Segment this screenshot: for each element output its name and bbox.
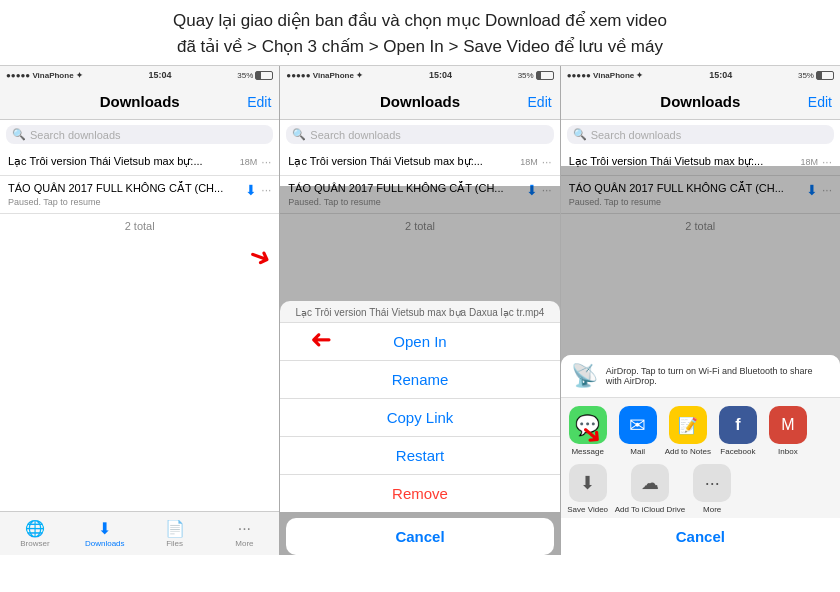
status-left-3: ●●●●● VinaPhone ✦ [567,71,644,80]
item-title-1-1: TÁO QUÂN 2017 FULL KHÔNG CẮT (CH... [8,182,245,195]
facebook-app-label: Facebook [720,447,755,456]
search-icon-1: 🔍 [12,128,26,141]
downloads-icon-1: ⬇ [98,519,111,538]
tab-more-label-1: More [235,539,253,548]
save-video-label: Save Video [567,505,608,514]
more-actions-icon: ··· [693,464,731,502]
download-item-1-1: TÁO QUÂN 2017 FULL KHÔNG CẮT (CH... Paus… [0,176,279,214]
modal-header-2: Lạc Trôi version Thái Vietsub max bựa Da… [280,301,559,322]
share-cancel-3[interactable]: Cancel [561,518,840,555]
status-bar-2: ●●●●● VinaPhone ✦ 15:04 35% [280,66,559,84]
modal-remove[interactable]: Remove [280,474,559,512]
more-actions-label: More [703,505,721,514]
search-icon-2: 🔍 [292,128,306,141]
share-sheet-3: 📡 AirDrop. Tap to turn on Wi-Fi and Blue… [561,355,840,555]
status-right-1: 35% [237,71,273,80]
browser-icon-1: 🌐 [25,519,45,538]
modal-cancel-2[interactable]: Cancel [286,518,553,555]
battery-1 [255,71,273,80]
mail-app-icon: ✉ [619,406,657,444]
dl-icon-1-1: ⬇ [245,182,257,198]
icloud-icon: ☁ [631,464,669,502]
inbox-app-icon: M [769,406,807,444]
modal-copy-link[interactable]: Copy Link [280,398,559,436]
share-actions-row: ⬇ Save Video ☁ Add To iCloud Drive ··· M… [561,464,840,518]
item-title-2-0: Lạc Trôi version Thái Vietsub max bự:... [288,155,520,168]
message-app-icon: 💬 [569,406,607,444]
share-app-message[interactable]: 💬 Message [565,406,611,456]
tab-files-label-1: Files [166,539,183,548]
phones-container: ●●●●● VinaPhone ✦ 15:04 35% Downloads Ed… [0,65,840,555]
search-icon-3: 🔍 [573,128,587,141]
nav-bar-2: Downloads Edit [280,84,559,120]
modal-rename[interactable]: Rename [280,360,559,398]
panel1: ●●●●● VinaPhone ✦ 15:04 35% Downloads Ed… [0,66,279,555]
status-center-3: 15:04 [709,70,732,80]
nav-edit-1[interactable]: Edit [247,94,271,110]
airdrop-icon: 📡 [571,363,598,389]
mail-app-label: Mail [630,447,645,456]
search-placeholder-3: Search downloads [591,129,682,141]
share-app-facebook[interactable]: f Facebook [715,406,761,456]
nav-title-1: Downloads [100,93,180,110]
status-center-2: 15:04 [429,70,452,80]
download-item-2-0: Lạc Trôi version Thái Vietsub max bự:...… [280,149,559,176]
modal-overlay-2: Lạc Trôi version Thái Vietsub max bựa Da… [280,186,559,555]
panel2: ●●●●● VinaPhone ✦ 15:04 35% Downloads Ed… [279,66,559,555]
search-placeholder-1: Search downloads [30,129,121,141]
tab-browser-label-1: Browser [20,539,49,548]
dots-btn-2-0[interactable]: ··· [542,155,552,169]
nav-edit-2[interactable]: Edit [528,94,552,110]
tab-files-1[interactable]: 📄 Files [140,512,210,555]
nav-bar-3: Downloads Edit [561,84,840,120]
save-video-icon: ⬇ [569,464,607,502]
item-size-2-0: 18M [520,157,538,167]
tab-bar-1: 🌐 Browser ⬇ Downloads 📄 Files ··· More [0,511,279,555]
nav-bar-1: Downloads Edit [0,84,279,120]
search-bar-2[interactable]: 🔍 Search downloads [286,125,553,144]
search-bar-1[interactable]: 🔍 Search downloads [6,125,273,144]
search-placeholder-2: Search downloads [310,129,401,141]
more-icon-1: ··· [238,520,251,538]
message-app-label: Message [571,447,603,456]
battery-2 [536,71,554,80]
tab-downloads-label-1: Downloads [85,539,125,548]
status-bar-3: ●●●●● VinaPhone ✦ 15:04 35% [561,66,840,84]
share-app-notes[interactable]: 📝 Add to Notes [665,406,711,456]
share-apps-row: 💬 Message ✉ Mail 📝 Add to Notes f Facebo… [561,398,840,464]
battery-3 [816,71,834,80]
download-item-1-0: Lạc Trôi version Thái Vietsub max bự:...… [0,149,279,176]
share-action-icloud[interactable]: ☁ Add To iCloud Drive [615,464,686,514]
icloud-label: Add To iCloud Drive [615,505,686,514]
nav-title-3: Downloads [660,93,740,110]
share-app-inbox[interactable]: M Inbox [765,406,811,456]
notes-app-icon: 📝 [669,406,707,444]
notes-app-label: Add to Notes [665,447,711,456]
modal-open-in[interactable]: Open In [280,322,559,360]
nav-edit-3[interactable]: Edit [808,94,832,110]
status-left-1: ●●●●● VinaPhone ✦ [6,71,83,80]
tab-downloads-1[interactable]: ⬇ Downloads [70,512,140,555]
search-bar-3[interactable]: 🔍 Search downloads [567,125,834,144]
status-right-2: 35% [518,71,554,80]
inbox-app-label: Inbox [778,447,798,456]
modal-restart[interactable]: Restart [280,436,559,474]
airdrop-text: AirDrop. Tap to turn on Wi-Fi and Blueto… [606,366,830,386]
status-right-3: 35% [798,71,834,80]
facebook-app-icon: f [719,406,757,444]
dots-btn-1-0[interactable]: ··· [261,155,271,169]
tab-browser-1[interactable]: 🌐 Browser [0,512,70,555]
airdrop-row: 📡 AirDrop. Tap to turn on Wi-Fi and Blue… [561,355,840,398]
modal-actions-2: Open In Rename Copy Link Restart Remove [280,322,559,512]
status-bar-1: ●●●●● VinaPhone ✦ 15:04 35% [0,66,279,84]
item-sub-1-1: Paused. Tap to resume [8,197,245,207]
share-action-save-video[interactable]: ⬇ Save Video [565,464,611,514]
share-app-mail[interactable]: ✉ Mail [615,406,661,456]
files-icon-1: 📄 [165,519,185,538]
download-list-1: Lạc Trôi version Thái Vietsub max bự:...… [0,149,279,511]
item-title-1-0: Lạc Trôi version Thái Vietsub max bự:... [8,155,240,168]
tab-more-1[interactable]: ··· More [209,512,279,555]
share-action-more[interactable]: ··· More [689,464,735,514]
status-center-1: 15:04 [149,70,172,80]
dots-btn-1-1[interactable]: ··· [261,183,271,197]
